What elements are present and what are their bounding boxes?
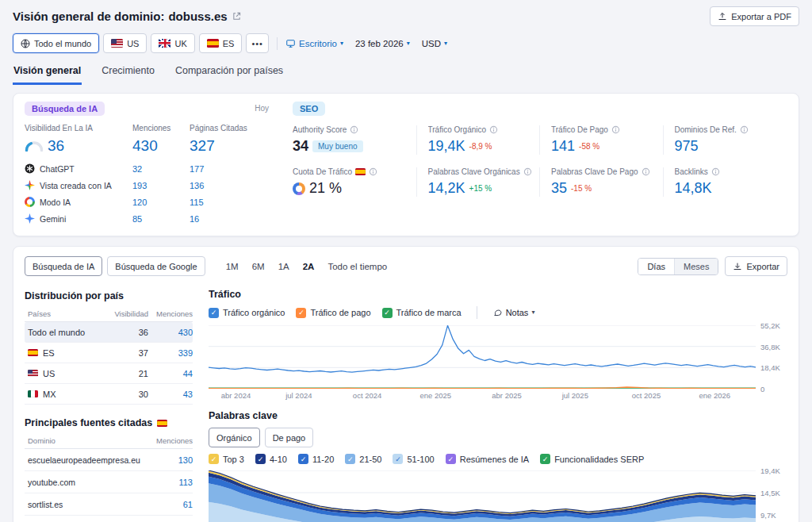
organic-keywords-toggle[interactable]: Orgánico [209, 428, 260, 447]
gemini-mentions[interactable]: 85 [132, 211, 190, 226]
info-icon[interactable] [523, 167, 532, 176]
source-domain[interactable]: escuelaeuropeadeempresa.eu [25, 455, 147, 465]
tab-crecimiento[interactable]: Crecimiento [101, 62, 155, 85]
checkbox-checked-icon: ✓ [446, 454, 456, 464]
metric-label: Tráfico Orgánico [428, 125, 487, 134]
ai-mode-cited[interactable]: 115 [190, 194, 269, 209]
ai-mentions-value[interactable]: 430 [132, 137, 190, 159]
x-tick-label: ene 2026 [699, 391, 730, 400]
gemini-cited[interactable]: 16 [190, 211, 269, 226]
source-mentions[interactable]: 61 [147, 500, 193, 509]
serp-features-checkbox[interactable]: ✓Funcionalidades SERP [540, 454, 644, 464]
source-row[interactable]: sortlist.es 61 [25, 493, 193, 516]
filter-us-button[interactable]: US [103, 33, 147, 53]
tab-comparacion-paises[interactable]: Comparación por países [174, 62, 284, 85]
country-row-us[interactable]: US 21 44 [25, 363, 193, 384]
ai-overview-cited[interactable]: 136 [190, 178, 269, 193]
checkbox-checked-icon: ✓ [255, 454, 266, 464]
google-ai-mode-icon [25, 197, 35, 207]
info-icon[interactable] [740, 125, 749, 134]
right-column: Tráfico ✓ Tráfico orgánico ✓ Tráfico de … [209, 279, 787, 522]
currency-dropdown[interactable]: USD▾ [422, 39, 447, 48]
country-mentions[interactable]: 43 [148, 390, 193, 399]
info-icon[interactable] [350, 125, 358, 134]
source-domain[interactable]: youtube.com [25, 478, 147, 487]
traffic-line-chart[interactable] [209, 325, 756, 389]
source-row[interactable]: escuelaeuropeadeempresa.eu 130 [25, 449, 193, 471]
range-all-time[interactable]: Todo el tiempo [327, 262, 387, 271]
paid-keywords-toggle[interactable]: De pago [265, 428, 314, 447]
export-button[interactable]: Exportar [725, 256, 787, 276]
info-icon[interactable] [489, 125, 498, 134]
backlinks-value[interactable]: 14,8K [675, 180, 712, 197]
ai-mode-mentions[interactable]: 120 [132, 194, 190, 209]
source-row[interactable]: youtube.com 113 [25, 471, 193, 493]
country-visibility: 21 [107, 369, 148, 378]
range-1a[interactable]: 1A [278, 262, 289, 271]
tab-vision-general[interactable]: Visión general [13, 62, 82, 85]
google-search-toggle[interactable]: Búsqueda de Google [107, 256, 205, 276]
country-mentions[interactable]: 44 [148, 369, 193, 378]
filter-worldwide-button[interactable]: Todo el mundo [13, 33, 99, 53]
checkbox-label: 21-50 [359, 455, 381, 464]
paid-keywords-delta: -15 % [571, 184, 592, 193]
info-icon[interactable] [369, 167, 377, 176]
info-icon[interactable] [642, 167, 650, 176]
range-6m[interactable]: 6M [252, 262, 265, 271]
filter-es-button[interactable]: ES [199, 33, 243, 53]
keywords-stacked-chart[interactable] [209, 470, 756, 522]
pos4-10-checkbox[interactable]: ✓4-10 [255, 454, 287, 464]
organic-keywords-value[interactable]: 14,2K [428, 180, 465, 197]
brand-traffic-checkbox[interactable]: ✓ Tráfico de marca [382, 308, 462, 318]
date-dropdown[interactable]: 23 feb 2026▾ [355, 39, 410, 48]
ai-overviews-checkbox[interactable]: ✓Resúmenes de IA [446, 454, 529, 464]
days-button[interactable]: Días [638, 259, 674, 274]
source-domain[interactable]: sortlist.es [25, 500, 147, 509]
summary-card: Búsqueda de IA Hoy Visibilidad En La IA … [13, 93, 799, 236]
traffic-share-donut-icon [293, 182, 305, 195]
country-mentions[interactable]: 339 [148, 348, 193, 358]
device-dropdown[interactable]: Escritorio▾ [285, 39, 343, 48]
paid-keywords-value[interactable]: 35 [551, 180, 567, 197]
range-2a[interactable]: 2A [303, 262, 315, 271]
country-row-es[interactable]: ES 37 339 [25, 343, 193, 363]
chatgpt-cited[interactable]: 177 [190, 161, 269, 176]
worldwide-label: Todo el mundo [34, 39, 91, 48]
ai-cited-value[interactable]: 327 [190, 137, 269, 159]
country-row-world[interactable]: Todo el mundo 36 430 [25, 322, 193, 343]
range-1m[interactable]: 1M [226, 262, 239, 271]
paid-traffic-checkbox[interactable]: ✓ Tráfico de pago [296, 308, 370, 318]
page-title-text: Visión general de dominio: [13, 10, 164, 23]
top3-checkbox[interactable]: ✓Top 3 [209, 454, 244, 464]
gemini-icon [25, 213, 35, 224]
months-button[interactable]: Meses [674, 259, 718, 274]
info-icon[interactable] [611, 125, 620, 134]
checkbox-label: Tráfico de marca [396, 308, 462, 317]
export-pdf-button[interactable]: Exportar a PDF [710, 6, 799, 26]
organic-traffic-value[interactable]: 19,4K [428, 138, 465, 155]
page-title: Visión general de dominio: dobuss.es [13, 10, 241, 23]
filter-uk-button[interactable]: UK [151, 33, 194, 53]
mx-flag-icon [28, 390, 38, 397]
pos51-100-checkbox[interactable]: ✓51-100 [393, 454, 434, 464]
organic-traffic-checkbox[interactable]: ✓ Tráfico orgánico [209, 308, 285, 318]
organic-toggle-label: Orgánico [216, 433, 252, 443]
ai-search-toggle[interactable]: Búsqueda de IA [25, 256, 102, 276]
ref-domains-value[interactable]: 975 [675, 138, 699, 155]
ai-visibility-value[interactable]: 36 [25, 137, 132, 159]
pos21-50-checkbox[interactable]: ✓21-50 [345, 454, 381, 464]
chatgpt-mentions[interactable]: 32 [132, 161, 190, 176]
external-link-icon[interactable] [232, 12, 241, 21]
paid-traffic-value[interactable]: 141 [551, 138, 575, 155]
y-tick-label: 14,5K [760, 489, 780, 497]
notes-dropdown[interactable]: Notas▾ [492, 308, 535, 317]
country-mentions[interactable]: 430 [148, 328, 193, 337]
divider [477, 306, 477, 319]
source-mentions[interactable]: 130 [147, 455, 193, 465]
info-icon[interactable] [711, 167, 720, 176]
country-row-mx[interactable]: MX 30 43 [25, 384, 193, 405]
source-mentions[interactable]: 113 [147, 478, 193, 487]
filter-more-button[interactable]: ••• [246, 33, 269, 53]
pos11-20-checkbox[interactable]: ✓11-20 [298, 454, 334, 464]
ai-overview-mentions[interactable]: 193 [132, 178, 190, 193]
